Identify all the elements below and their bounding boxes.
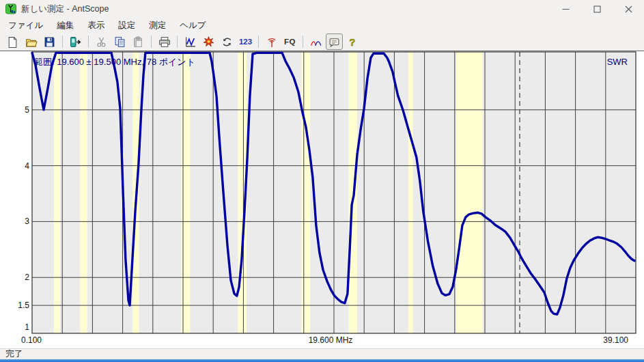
bottom-accent-strip (0, 359, 644, 362)
help-icon: ? (348, 36, 358, 48)
swr-chart[interactable]: 54321.510.10019.600 MHz39.100範囲: 19.600 … (0, 51, 644, 348)
toolbar: 123 FQ ? (0, 33, 644, 51)
copy-icon (114, 36, 126, 48)
y-tick-label: 5 (25, 105, 29, 115)
open-file-button[interactable] (23, 33, 40, 50)
toolbar-separator (62, 36, 63, 48)
new-file-icon (7, 36, 18, 48)
y-tick-label: 1.5 (18, 301, 29, 310)
title-bar: 新しい測定 - AntScope (0, 0, 644, 18)
menu-item-measure[interactable]: 測定 (142, 18, 173, 33)
menu-item-settings[interactable]: 設定 (111, 18, 142, 33)
close-button[interactable] (613, 0, 644, 18)
menu-bar: ファイル 編集 表示 設定 測定 ヘルプ (0, 18, 644, 33)
chart-panel: 54321.510.10019.600 MHz39.100範囲: 19.600 … (0, 51, 644, 348)
amateur-band-highlight (408, 52, 413, 333)
new-file-button[interactable] (4, 33, 21, 50)
chart-range-annotation: 範囲: 19.600 ± 19.500 MHz, 78 ポイント (34, 57, 195, 67)
app-icon (5, 3, 16, 14)
line-chart-icon (184, 36, 196, 48)
toolbar-separator (177, 36, 178, 48)
graph-view-button[interactable] (182, 33, 199, 50)
menu-item-file[interactable]: ファイル (1, 18, 50, 33)
numeric-entry-button[interactable]: 123 (237, 33, 254, 50)
print-button[interactable] (156, 33, 173, 50)
status-bar: 完了 (0, 348, 644, 362)
clear-burst-button[interactable] (200, 33, 217, 50)
curves-overlay-button[interactable] (307, 33, 324, 50)
toolbar-separator (258, 36, 259, 48)
antenna-button[interactable] (263, 33, 280, 50)
save-button[interactable] (41, 33, 58, 50)
numeric-123-label: 123 (239, 38, 252, 46)
report-notes-icon (328, 36, 340, 48)
refresh-icon (221, 36, 233, 48)
antscope-window: { "window": { "title": "新しい測定 - AntScope… (0, 0, 644, 362)
paste-clipboard-icon (132, 36, 144, 48)
toolbar-separator (88, 36, 89, 48)
cut-button[interactable] (93, 33, 110, 50)
print-icon (158, 36, 171, 48)
close-icon (625, 5, 632, 13)
amateur-band-highlight (54, 52, 60, 333)
svg-text:?: ? (349, 36, 355, 47)
maximize-icon (593, 5, 601, 13)
amateur-band-highlight (80, 52, 87, 333)
toolbar-separator (303, 36, 303, 48)
open-folder-icon (25, 36, 38, 48)
menu-item-view[interactable]: 表示 (81, 18, 111, 33)
toolbar-separator (151, 36, 152, 48)
cut-scissors-icon (96, 36, 107, 48)
x-tick-label-center: 19.600 MHz (309, 335, 353, 345)
maximize-button[interactable] (581, 0, 613, 18)
report-button[interactable] (326, 33, 343, 50)
chart-series-annotation: SWR (607, 57, 628, 67)
help-button[interactable]: ? (344, 33, 361, 50)
y-tick-label: 4 (25, 161, 29, 171)
window-title: 新しい測定 - AntScope (21, 3, 109, 15)
menu-item-edit[interactable]: 編集 (50, 18, 81, 33)
window-controls (550, 0, 644, 18)
y-tick-label: 1 (25, 322, 29, 332)
star-burst-icon (203, 36, 214, 48)
minimize-button[interactable] (550, 0, 581, 18)
x-tick-label-start: 0.100 (21, 335, 42, 345)
curves-icon (310, 36, 322, 48)
save-floppy-icon (44, 36, 55, 48)
antenna-icon (266, 36, 278, 48)
y-tick-label: 3 (25, 217, 29, 226)
paste-button[interactable] (130, 33, 147, 50)
menu-item-help[interactable]: ヘルプ (173, 18, 212, 33)
x-tick-label-end: 39.100 (603, 335, 628, 345)
amateur-band-highlight (456, 52, 483, 333)
fq-label: FQ (284, 38, 296, 46)
frequency-button[interactable]: FQ (281, 33, 298, 50)
send-to-device-button[interactable] (67, 33, 84, 50)
device-export-icon (70, 36, 81, 48)
amateur-band-highlight (301, 52, 310, 333)
minimize-icon (562, 5, 570, 13)
status-text: 完了 (5, 348, 23, 360)
copy-button[interactable] (111, 33, 128, 50)
refresh-button[interactable] (219, 33, 236, 50)
y-tick-label: 2 (25, 273, 29, 282)
